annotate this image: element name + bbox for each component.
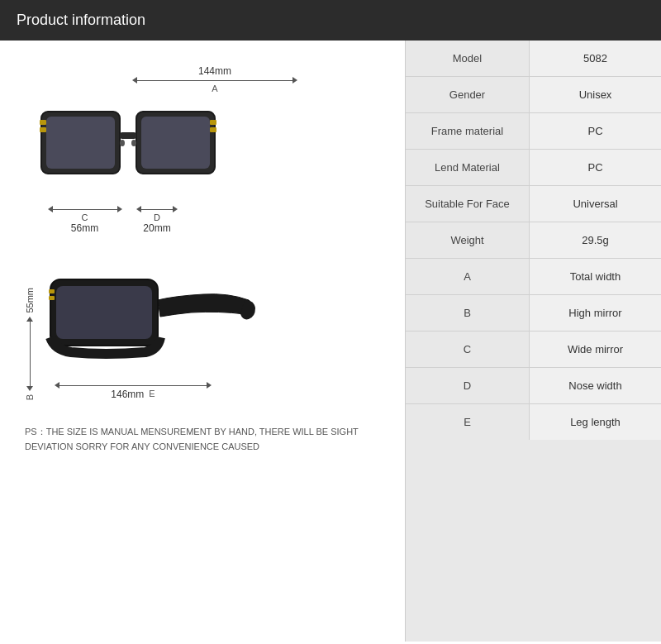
svg-rect-4	[120, 132, 136, 139]
front-diagram: 144mm A	[25, 65, 380, 234]
spec-row-6: ATotal width	[406, 259, 661, 295]
dim-c-sub: C	[82, 212, 88, 222]
e-arrow-right	[207, 382, 212, 389]
dim-b-sub: B	[25, 394, 35, 400]
spec-row-9: DNose width	[406, 368, 661, 404]
spec-value-5: 29.5g	[530, 222, 661, 258]
svg-rect-14	[49, 296, 55, 300]
spec-label-5: Weight	[406, 222, 530, 258]
spec-label-4: Suitable For Face	[406, 186, 530, 222]
side-diagram: 55mm B	[25, 255, 380, 400]
c-arrow-line	[53, 209, 117, 210]
dim-d-label: 20mm	[143, 222, 170, 234]
e-arrow-line	[59, 385, 207, 386]
spec-label-9: D	[406, 368, 530, 403]
bottom-dims: C 56mm D 20mm	[41, 206, 380, 234]
svg-rect-5	[40, 120, 46, 125]
spec-row-5: Weight29.5g	[406, 222, 661, 259]
spec-row-10: ELeg length	[406, 404, 661, 440]
left-panel: 144mm A	[0, 41, 405, 642]
spec-row-3: Lend MaterialPC	[406, 150, 661, 186]
spec-label-8: C	[406, 332, 530, 367]
glasses-side-svg	[38, 255, 261, 387]
ps-note: PS：THE SIZE IS MANUAL MENSUREMENT BY HAN…	[25, 425, 372, 454]
spec-label-7: B	[406, 295, 530, 331]
arrow-line	[137, 80, 292, 81]
spec-value-1: Unisex	[530, 77, 661, 112]
arrow-right	[292, 77, 297, 83]
spec-value-2: PC	[530, 113, 661, 149]
spec-label-0: Model	[406, 41, 530, 76]
spec-row-7: BHigh mirror	[406, 295, 661, 332]
svg-rect-1	[46, 117, 115, 169]
dim-e-sub: E	[149, 389, 155, 400]
spec-row-4: Suitable For FaceUniversal	[406, 186, 661, 222]
dim-c-label: 56mm	[71, 222, 98, 234]
d-arrow-line	[141, 209, 173, 210]
svg-point-9	[120, 140, 125, 146]
svg-rect-8	[210, 127, 216, 132]
page-title: Product information	[17, 12, 145, 28]
b-arrow-line	[30, 322, 31, 386]
spec-row-2: Frame materialPC	[406, 113, 661, 150]
svg-rect-12	[56, 286, 152, 339]
spec-value-4: Universal	[530, 186, 661, 222]
spec-label-1: Gender	[406, 77, 530, 112]
spec-label-6: A	[406, 259, 530, 294]
spec-value-8: Wide mirror	[530, 332, 661, 367]
dim-a-label: 144mm	[198, 65, 231, 77]
header: Product information	[0, 0, 661, 41]
spec-row-8: CWide mirror	[406, 332, 661, 368]
specs-table: Model5082GenderUnisexFrame materialPCLen…	[405, 41, 661, 642]
spec-value-9: Nose width	[530, 368, 661, 403]
svg-rect-13	[49, 289, 55, 293]
spec-value-7: High mirror	[530, 295, 661, 331]
d-arrow-right	[173, 206, 178, 212]
spec-row-0: Model5082	[406, 41, 661, 77]
svg-rect-7	[210, 120, 216, 125]
svg-rect-6	[40, 127, 46, 132]
glasses-front-svg	[33, 95, 223, 203]
c-arrow-right	[117, 206, 122, 212]
svg-point-10	[131, 140, 136, 146]
spec-value-0: 5082	[530, 41, 661, 76]
spec-label-2: Frame material	[406, 113, 530, 149]
dim-d-sub: D	[154, 212, 160, 222]
dimension-a-row: 144mm A	[25, 65, 380, 93]
dim-a-sub: A	[212, 83, 217, 93]
spec-value-6: Total width	[530, 259, 661, 294]
spec-value-10: Leg length	[530, 404, 661, 440]
dim-e-label: 146mm	[111, 389, 144, 400]
spec-value-3: PC	[530, 150, 661, 185]
dim-b-label: 55mm	[25, 288, 35, 313]
spec-row-1: GenderUnisex	[406, 77, 661, 113]
dim-e-area: 146mm E	[55, 382, 261, 400]
svg-rect-3	[141, 117, 210, 169]
spec-label-10: E	[406, 404, 530, 440]
spec-label-3: Lend Material	[406, 150, 530, 185]
b-arrow-down	[26, 386, 33, 391]
